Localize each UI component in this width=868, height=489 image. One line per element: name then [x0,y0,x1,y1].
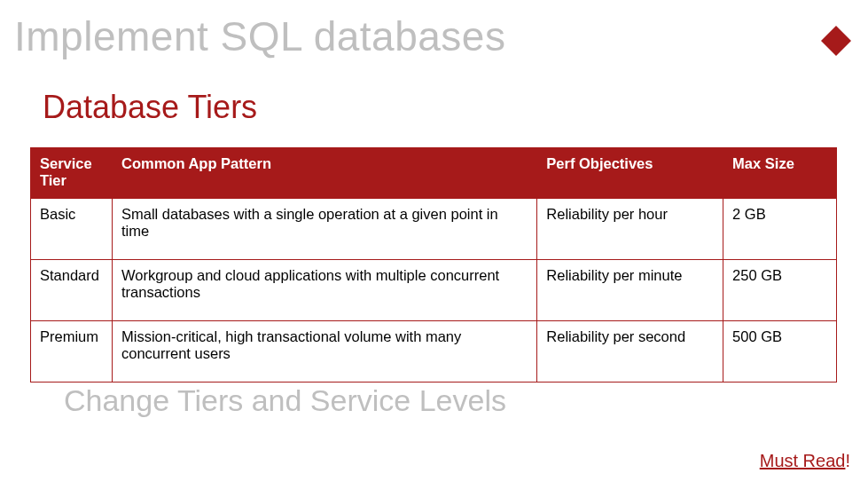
cell-tier: Premium [31,321,113,383]
must-read-bang: ! [845,451,850,470]
header-max-size: Max Size [723,148,837,199]
cell-tier: Standard [31,260,113,321]
cell-size: 2 GB [723,199,837,260]
must-read-link[interactable]: Must Read [760,451,846,470]
header-common-pattern: Common App Pattern [112,148,536,199]
header-perf: Perf Objectives [537,148,723,199]
cell-perf: Reliability per hour [537,199,723,260]
header-service-tier: Service Tier [31,148,113,199]
slide-title: Implement SQL databases [14,12,505,60]
cell-size: 500 GB [723,321,837,383]
must-read: Must Read! [760,451,850,471]
section-heading: Change Tiers and Service Levels [64,383,506,418]
cell-size: 250 GB [723,260,837,321]
database-tiers-table: Service Tier Common App Pattern Perf Obj… [30,147,837,383]
logo-diamond-icon [821,26,851,56]
cell-tier: Basic [31,199,113,260]
cell-pattern: Mission-critical, high transactional vol… [112,321,536,383]
cell-pattern: Workgroup and cloud applications with mu… [112,260,536,321]
table-row: Standard Workgroup and cloud application… [31,260,837,321]
table-row: Premium Mission-critical, high transacti… [31,321,837,383]
cell-pattern: Small databases with a single operation … [112,199,536,260]
cell-perf: Reliability per second [537,321,723,383]
cell-perf: Reliability per minute [537,260,723,321]
table-header-row: Service Tier Common App Pattern Perf Obj… [31,148,837,199]
table-row: Basic Small databases with a single oper… [31,199,837,260]
subtitle: Database Tiers [43,89,257,126]
